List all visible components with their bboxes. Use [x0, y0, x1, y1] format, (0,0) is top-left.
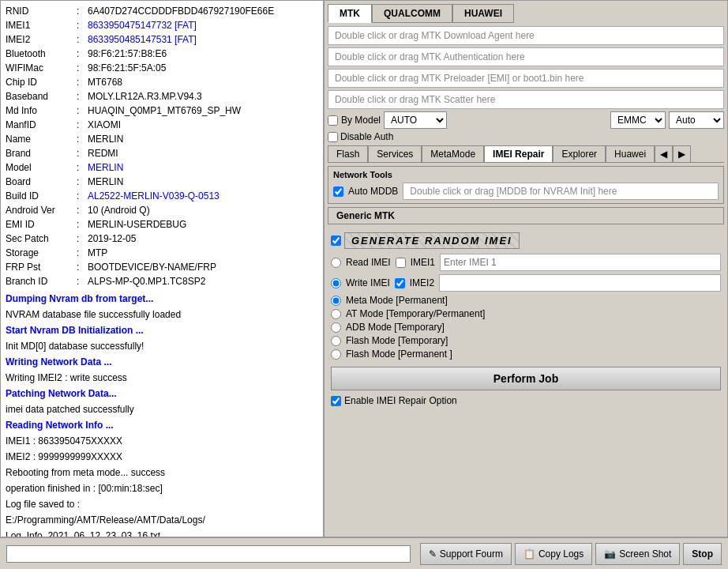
info-value: BOOTDEVICE/BY-NAME/FRP [88, 260, 318, 274]
auto-select[interactable]: Auto [669, 111, 724, 129]
info-colon: : [77, 104, 88, 118]
tab-mtk[interactable]: MTK [328, 4, 372, 23]
mode-row-1: AT Mode [Temporary/Permanent] [331, 308, 721, 319]
copy-logs-label: Copy Logs [538, 548, 584, 560]
auto-mddb-label: Auto MDDB [348, 186, 398, 197]
tab-next-arrow[interactable]: ▶ [673, 145, 691, 162]
enable-imei-checkbox[interactable] [331, 396, 341, 406]
info-value: 6A407D274CCDDDFBDD467927190FE66E [88, 4, 318, 18]
drop-zone-download-agent[interactable]: Double click or drag MTK Download Agent … [328, 26, 724, 45]
info-label: EMI ID [6, 217, 77, 232]
info-row: Chip ID :MT6768 [6, 75, 318, 89]
mode-radio-0[interactable] [331, 296, 341, 306]
info-label: Branch ID [6, 274, 77, 288]
emmc-select[interactable]: EMMC [610, 111, 666, 129]
log-line: Writing Network Data ... [6, 355, 318, 369]
mode-label-4: Flash Mode [Permanent ] [346, 349, 452, 360]
mode-radio-3[interactable] [331, 336, 341, 346]
info-colon: : [77, 47, 88, 61]
log-line: IMEI1 : 8633950475XXXXX [6, 434, 318, 448]
info-colon: : [77, 246, 88, 260]
mode-radio-4[interactable] [331, 349, 341, 360]
tab-qualcomm[interactable]: QUALCOMM [372, 4, 452, 23]
drop-zone-scatter[interactable]: Double click or drag MTK Scatter here [328, 90, 724, 109]
log-line: Init MD[0] database successfully! [6, 339, 318, 353]
info-value: REDMI [88, 146, 318, 160]
imei1-checkbox[interactable] [396, 258, 406, 268]
info-colon: : [77, 32, 88, 47]
tab-prev-arrow[interactable]: ◀ [655, 145, 673, 162]
info-row: WIFIMac :98:F6:21:5F:5A:05 [6, 61, 318, 75]
log-line: Patching Network Data... [6, 386, 318, 401]
read-imei-row: Read IMEI IMEI1 [331, 254, 721, 271]
copy-logs-button[interactable]: 📋 Copy Logs [515, 543, 592, 565]
tab-explorer[interactable]: Explorer [553, 145, 606, 162]
enable-imei-row: Enable IMEI Repair Option [331, 395, 721, 406]
support-forum-button[interactable]: ✎ Support Fourm [420, 543, 512, 565]
imei2-input[interactable]: 999999999999994 [439, 274, 721, 292]
write-imei-radio[interactable] [331, 278, 341, 288]
mode-row-3: Flash Mode [Temporary] [331, 335, 721, 346]
imei1-input[interactable] [440, 254, 721, 271]
info-colon: : [77, 274, 88, 288]
info-row: FRP Pst :BOOTDEVICE/BY-NAME/FRP [6, 260, 318, 274]
mode-radio-2[interactable] [331, 322, 341, 333]
info-label: FRP Pst [6, 260, 77, 274]
write-imei-row: Write IMEI IMEI2 999999999999994 [331, 274, 721, 292]
tab-flash[interactable]: Flash [328, 145, 368, 162]
log-line: Writing IMEI2 : write success [6, 371, 318, 385]
mode-label-2: ADB Mode [Temporary] [346, 322, 445, 333]
info-colon: : [77, 146, 88, 160]
tab-imei-repair[interactable]: IMEI Repair [484, 145, 553, 162]
info-value: 8633950475147732 [FAT] [88, 18, 318, 32]
info-colon: : [77, 160, 88, 175]
mode-radio-1[interactable] [331, 309, 341, 319]
info-colon: : [77, 203, 88, 217]
tab-metamode[interactable]: MetaMode [422, 145, 484, 162]
screenshot-label: Screen Shot [619, 548, 671, 560]
info-colon: : [77, 132, 88, 146]
read-imei-radio[interactable] [331, 258, 341, 268]
auto-mddb-checkbox[interactable] [333, 187, 343, 197]
disable-auth-label: Disable Auth [340, 131, 393, 142]
model-select[interactable]: AUTO [384, 111, 447, 129]
info-row: RNID :6A407D274CCDDDFBDD467927190FE66E [6, 4, 318, 18]
mode-row-0: Meta Mode [Permanent] [331, 295, 721, 306]
tab-huawei-inner[interactable]: Huawei [606, 145, 655, 162]
imei2-checkbox[interactable] [395, 278, 405, 288]
info-label: Chip ID [6, 75, 77, 89]
disable-auth-checkbox[interactable] [328, 132, 338, 142]
log-line: Dumping Nvram db from target... [6, 292, 318, 306]
drop-zone-preloader[interactable]: Double click or drag MTK Preloader [EMI]… [328, 69, 724, 88]
info-colon: : [77, 189, 88, 203]
generate-imei-checkbox[interactable] [331, 236, 341, 246]
info-label: Android Ver [6, 203, 77, 217]
info-row: EMI ID :MERLIN-USERDEBUG [6, 217, 318, 232]
info-label: RNID [6, 4, 77, 18]
generate-imei-button[interactable]: GENERATE RANDOM IMEI [344, 232, 520, 249]
log-line: operation finished in : [00:min:18:sec] [6, 481, 318, 496]
info-value: MERLIN-USERDEBUG [88, 217, 318, 232]
perform-job-button[interactable]: Perform Job [331, 367, 721, 390]
info-row: Brand :REDMI [6, 146, 318, 160]
disable-auth-row: Disable Auth [328, 131, 724, 142]
info-label: Storage [6, 246, 77, 260]
info-value: 8633950485147531 [FAT] [88, 32, 318, 47]
info-label: Board [6, 175, 77, 189]
info-row: Branch ID :ALPS-MP-Q0.MP1.TC8SP2 [6, 274, 318, 288]
by-model-label: By Model [341, 115, 381, 126]
inner-tab-bar: Flash Services MetaMode IMEI Repair Expl… [328, 145, 724, 163]
info-label: IMEI2 [6, 32, 77, 47]
drop-zone-authentication[interactable]: Double click or drag MTK Authentication … [328, 47, 724, 66]
screenshot-button[interactable]: 📷 Screen Shot [595, 543, 680, 565]
stop-button[interactable]: Stop [683, 543, 722, 565]
log-line: Rebooting from meta mode... success [6, 465, 318, 480]
mddb-drop-zone[interactable]: Double click or drag [MDDB for NVRAM Ini… [403, 183, 719, 200]
tab-huawei[interactable]: HUAWEI [452, 4, 514, 23]
info-value: MOLY.LR12A.R3.MP.V94.3 [88, 89, 318, 104]
by-model-checkbox[interactable] [328, 115, 338, 126]
info-label: ManfID [6, 118, 77, 132]
tab-services[interactable]: Services [368, 145, 422, 162]
generic-mtk-tab[interactable]: Generic MTK [328, 207, 724, 224]
mode-label-0: Meta Mode [Permanent] [346, 295, 448, 306]
